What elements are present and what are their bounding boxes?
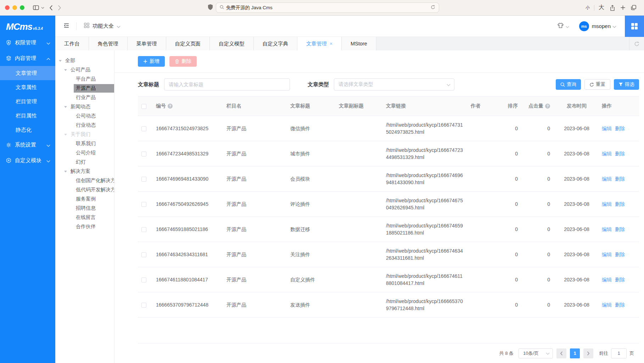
zoom-window-button[interactable] — [20, 5, 24, 10]
forward-button[interactable] — [58, 5, 61, 11]
sidebar-subitem-1-1[interactable]: 文章属性 — [0, 80, 55, 94]
refresh-tab-button[interactable] — [629, 37, 644, 50]
delete-link[interactable]: 删除 — [615, 302, 625, 308]
collapse-menu-icon[interactable] — [63, 22, 70, 30]
delete-link[interactable]: 删除 — [615, 277, 625, 282]
delete-button[interactable]: 删除 — [169, 56, 197, 67]
edit-link[interactable]: 编辑 — [602, 126, 612, 131]
address-bar[interactable]: 免费开源的 Java Cms — [216, 2, 439, 13]
back-button[interactable] — [49, 5, 53, 11]
delete-link[interactable]: 删除 — [615, 176, 625, 182]
sidebar-subitem-1-0[interactable]: 文章管理 — [0, 66, 55, 80]
tree-expand-icon[interactable] — [63, 134, 68, 136]
query-button[interactable]: 查询 — [556, 79, 581, 90]
tree-item-11[interactable]: 幻灯 — [55, 158, 114, 167]
tree-item-13[interactable]: 信创国产化解决方案 — [55, 176, 114, 185]
edit-link[interactable]: 编辑 — [602, 151, 612, 156]
select-all-checkbox[interactable] — [141, 104, 146, 109]
share-icon[interactable] — [610, 5, 615, 11]
row-checkbox[interactable] — [141, 126, 146, 131]
edit-link[interactable]: 编辑 — [602, 302, 612, 308]
row-checkbox[interactable] — [141, 227, 146, 232]
tab-item-7[interactable]: MStore — [342, 37, 376, 50]
tab-item-3[interactable]: 自定义页面 — [166, 37, 210, 50]
sidebar-subitem-1-2[interactable]: 栏目管理 — [0, 94, 55, 109]
help-icon[interactable]: ? — [545, 104, 550, 109]
tab-item-5[interactable]: 自定义字典 — [254, 37, 298, 50]
tree-expand-icon[interactable] — [63, 171, 68, 172]
minimize-window-button[interactable] — [12, 5, 17, 10]
row-checkbox[interactable] — [141, 277, 146, 282]
tab-overview-icon[interactable] — [631, 5, 637, 11]
feature-menu[interactable]: 功能大全 — [84, 22, 121, 30]
privacy-shield-icon[interactable] — [208, 4, 213, 12]
title-filter-input[interactable] — [164, 78, 290, 90]
add-button[interactable]: 新增 — [138, 56, 165, 67]
tree-expand-icon[interactable] — [63, 106, 68, 108]
page-number-button[interactable]: 1 — [570, 348, 580, 358]
new-tab-icon[interactable] — [620, 5, 626, 10]
page-size-select[interactable]: 10条/页 — [519, 348, 553, 358]
tree-item-0[interactable]: 全部 — [55, 56, 114, 65]
tree-item-14[interactable]: 低代码开发解决方案 — [55, 185, 114, 194]
filter-button[interactable]: 筛选 — [614, 79, 639, 90]
row-checkbox[interactable] — [141, 202, 146, 207]
close-window-button[interactable] — [5, 5, 10, 10]
edit-link[interactable]: 编辑 — [602, 176, 612, 182]
sidebar-toggle-icon[interactable] — [33, 5, 39, 11]
type-filter-select[interactable]: 请选择文章类型 — [334, 78, 454, 90]
reload-icon[interactable] — [431, 5, 435, 11]
tree-item-17[interactable]: 在线留言 — [55, 213, 114, 222]
next-page-button[interactable] — [583, 348, 593, 358]
tree-expand-icon[interactable] — [57, 60, 63, 62]
sidebar-item-2[interactable]: 系统设置 — [0, 137, 55, 153]
tree-item-12[interactable]: 解决方案 — [55, 167, 114, 176]
tab-item-1[interactable]: 角色管理 — [89, 37, 128, 50]
avatar[interactable]: ms — [579, 21, 589, 31]
tree-item-1[interactable]: 公司产品 — [55, 65, 114, 75]
edit-link[interactable]: 编辑 — [602, 201, 612, 207]
delete-link[interactable]: 删除 — [615, 226, 625, 232]
tab-item-0[interactable]: 工作台 — [55, 37, 89, 50]
edit-link[interactable]: 编辑 — [602, 277, 612, 282]
edit-link[interactable]: 编辑 — [602, 252, 612, 257]
tree-item-4[interactable]: 行业产品 — [55, 93, 114, 102]
text-larger-button[interactable]: 大 — [599, 4, 604, 11]
tab-item-6[interactable]: 文章管理× — [297, 37, 342, 50]
delete-link[interactable]: 删除 — [615, 201, 625, 207]
sidebar-subitem-1-3[interactable]: 栏目属性 — [0, 109, 55, 123]
apps-grid-button[interactable] — [625, 16, 644, 37]
tree-item-5[interactable]: 新闻动态 — [55, 102, 114, 111]
tree-item-10[interactable]: 公司介绍 — [55, 148, 114, 158]
tree-item-18[interactable]: 合作伙伴 — [55, 222, 114, 231]
username[interactable]: msopen — [592, 23, 611, 29]
delete-link[interactable]: 删除 — [615, 126, 625, 131]
help-icon[interactable]: ? — [168, 104, 173, 109]
reset-button[interactable]: 重置 — [584, 79, 610, 90]
goto-page-input[interactable] — [611, 348, 627, 358]
tab-item-4[interactable]: 自定义模型 — [210, 37, 254, 50]
tab-item-2[interactable]: 菜单管理 — [128, 37, 166, 50]
tree-item-15[interactable]: 服务案例 — [55, 194, 114, 204]
row-checkbox[interactable] — [141, 303, 146, 308]
sidebar-subitem-1-4[interactable]: 静态化 — [0, 123, 55, 137]
tree-expand-icon[interactable] — [63, 69, 68, 71]
tree-item-2[interactable]: 平台产品 — [55, 75, 114, 84]
row-checkbox[interactable] — [141, 177, 146, 182]
tab-close-icon[interactable]: × — [330, 41, 332, 46]
row-checkbox[interactable] — [141, 252, 146, 257]
prev-page-button[interactable] — [556, 348, 566, 358]
sidebar-item-3[interactable]: 自定义模块 — [0, 153, 55, 168]
tree-item-3[interactable]: 开源产品 — [55, 84, 114, 93]
tree-item-16[interactable]: 招聘信息 — [55, 204, 114, 213]
delete-link[interactable]: 删除 — [615, 252, 625, 257]
text-smaller-button[interactable]: 小 — [586, 5, 590, 11]
tree-item-6[interactable]: 公司动态 — [55, 111, 114, 121]
tree-item-9[interactable]: 联系我们 — [55, 139, 114, 148]
edit-link[interactable]: 编辑 — [602, 226, 612, 232]
tree-item-8[interactable]: 关于我们 — [55, 130, 114, 139]
sidebar-item-1[interactable]: 内容管理 — [0, 50, 55, 66]
theme-switcher[interactable] — [557, 22, 569, 30]
tree-item-7[interactable]: 行业动态 — [55, 121, 114, 130]
row-checkbox[interactable] — [141, 152, 146, 156]
